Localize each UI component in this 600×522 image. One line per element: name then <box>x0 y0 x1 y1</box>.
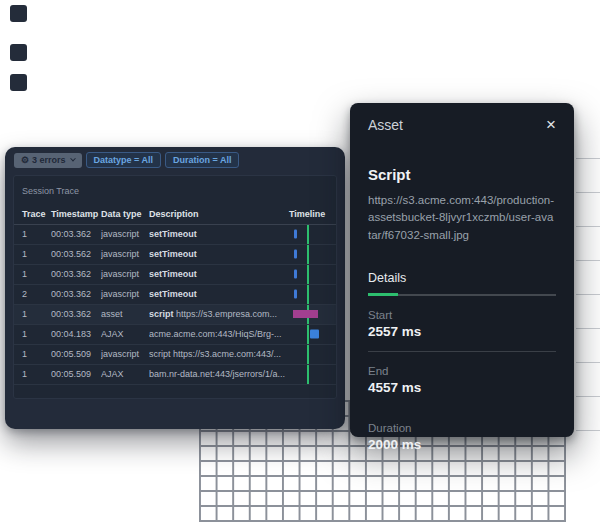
tab-details[interactable]: Details <box>368 271 406 285</box>
description-cell: setTimeout <box>149 244 289 264</box>
table-cell: 00:03.362 <box>51 224 101 244</box>
trace-table: TraceTimestampData typeDescriptionTimeli… <box>14 204 336 385</box>
decorative-square <box>10 74 27 91</box>
column-header: Description <box>149 204 289 224</box>
table-cell: 00:05.509 <box>51 344 101 364</box>
table-row[interactable]: 100:05.509AJAXbam.nr-data.net:443/jserro… <box>14 364 336 384</box>
field-value: 2000 ms <box>368 437 556 452</box>
timeline-cell <box>289 324 336 344</box>
timeline-marker-tick <box>294 290 297 299</box>
filter-bar: ⚙ 3 errors Datatype = All Duration = All <box>5 147 345 168</box>
datatype-filter-chip[interactable]: Datatype = All <box>86 152 161 168</box>
description-cell: script https://s3.acme.com:443/... <box>149 344 289 364</box>
trace-table-header-row: TraceTimestampData typeDescriptionTimeli… <box>14 204 336 224</box>
close-icon: × <box>546 115 556 134</box>
table-cell: 1 <box>14 244 51 264</box>
timeline-cell <box>289 244 336 264</box>
timeline-marker-square <box>310 330 319 339</box>
table-cell: 00:04.183 <box>51 324 101 344</box>
table-cell: javascript <box>101 224 149 244</box>
session-trace-section: Session Trace TraceTimestampData typeDes… <box>13 175 337 399</box>
timeline-cell <box>289 224 336 244</box>
column-header: Data type <box>101 204 149 224</box>
table-cell: 00:03.562 <box>51 244 101 264</box>
table-cell: javascript <box>101 244 149 264</box>
table-cell: 1 <box>14 224 51 244</box>
description-cell: bam.nr-data.net:443/jserrors/1/a... <box>149 364 289 384</box>
close-button[interactable]: × <box>546 116 556 133</box>
duration-filter-chip[interactable]: Duration = All <box>165 152 239 168</box>
table-cell: 00:03.362 <box>51 304 101 324</box>
asset-type-heading: Script <box>368 166 556 183</box>
table-row[interactable]: 100:03.362javascriptsetTimeout <box>14 264 336 284</box>
table-row[interactable]: 100:05.509javascriptscript https://s3.ac… <box>14 344 336 364</box>
table-row[interactable]: 100:03.362javascriptsetTimeout <box>14 224 336 244</box>
table-row[interactable]: 200:03.362javascriptsetTimeout <box>14 284 336 304</box>
table-cell: asset <box>101 304 149 324</box>
field-label: Start <box>368 309 556 321</box>
table-cell: 00:03.362 <box>51 284 101 304</box>
table-cell: AJAX <box>101 324 149 344</box>
column-header: Timestamp <box>51 204 101 224</box>
description-cell: setTimeout <box>149 284 289 304</box>
errors-filter-label: 3 errors <box>32 156 66 165</box>
field-start: Start 2557 ms <box>368 309 556 339</box>
timeline-cell <box>289 284 336 304</box>
table-row[interactable]: 100:03.562javascriptsetTimeout <box>14 244 336 264</box>
table-cell: 1 <box>14 324 51 344</box>
column-header: Trace <box>14 204 51 224</box>
decorative-square <box>10 5 27 22</box>
table-cell: 00:03.362 <box>51 264 101 284</box>
tab-rule <box>368 294 556 296</box>
background-grid-stubs <box>576 158 600 440</box>
description-cell: setTimeout <box>149 224 289 244</box>
detail-header: Asset × <box>368 103 556 133</box>
table-row[interactable]: 100:04.183AJAXacme.acme.com:443/HiqS/Brg… <box>14 324 336 344</box>
description-cell: setTimeout <box>149 264 289 284</box>
timeline-marker-tick <box>294 250 297 259</box>
table-row[interactable]: 100:03.362assetscript https://s3.empresa… <box>14 304 336 324</box>
table-cell: javascript <box>101 284 149 304</box>
timeline-marker-bar <box>293 310 318 318</box>
timeline-cell <box>289 264 336 284</box>
timeline-marker-tick <box>294 230 297 239</box>
column-header: Timeline <box>289 204 336 224</box>
table-cell: 1 <box>14 304 51 324</box>
field-label: End <box>368 365 556 377</box>
asset-url: https://s3.acme.com:443/production-asset… <box>368 192 556 244</box>
table-cell: javascript <box>101 344 149 364</box>
table-cell: 1 <box>14 264 51 284</box>
field-divider <box>368 351 556 352</box>
field-end: End 4557 ms <box>368 365 556 395</box>
timeline-cell <box>289 304 336 324</box>
field-value: 4557 ms <box>368 380 556 395</box>
timeline-marker-tick <box>294 270 297 279</box>
timeline-cell <box>289 364 336 384</box>
field-duration: Duration 2000 ms <box>368 422 556 452</box>
table-cell: 2 <box>14 284 51 304</box>
chevron-down-icon <box>70 156 76 162</box>
decorative-square <box>10 44 27 61</box>
section-title: Session Trace <box>14 176 336 196</box>
table-cell: 1 <box>14 364 51 384</box>
panel-title: Asset <box>368 117 403 133</box>
asset-detail-panel: Asset × Script https://s3.acme.com:443/p… <box>350 103 574 437</box>
timeline-cell <box>289 344 336 364</box>
table-cell: AJAX <box>101 364 149 384</box>
field-value: 2557 ms <box>368 324 556 339</box>
table-cell: javascript <box>101 264 149 284</box>
gear-icon: ⚙ <box>21 156 29 165</box>
table-cell: 1 <box>14 344 51 364</box>
trace-table-body: 100:03.362javascriptsetTimeout100:03.562… <box>14 224 336 384</box>
detail-tabs: Details <box>368 268 556 296</box>
session-trace-panel: ⚙ 3 errors Datatype = All Duration = All… <box>5 147 345 429</box>
description-cell: script https://s3.empresa.com... <box>149 304 289 324</box>
field-label: Duration <box>368 422 556 434</box>
description-cell: acme.acme.com:443/HiqS/Brg-... <box>149 324 289 344</box>
errors-filter-button[interactable]: ⚙ 3 errors <box>14 153 82 168</box>
table-cell: 00:05.509 <box>51 364 101 384</box>
active-tab-indicator <box>368 293 398 296</box>
